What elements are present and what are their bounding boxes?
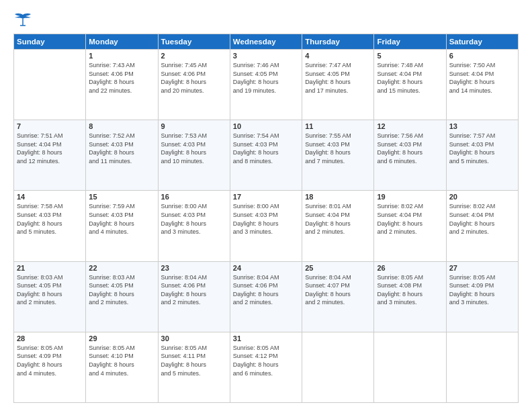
day-cell: 20Sunrise: 8:02 AM Sunset: 4:04 PM Dayli… [446,191,518,261]
day-cell: 8Sunrise: 7:52 AM Sunset: 4:03 PM Daylig… [86,120,158,191]
day-header-sunday: Sunday [14,34,86,50]
day-number: 19 [377,193,443,201]
day-cell: 6Sunrise: 7:50 AM Sunset: 4:04 PM Daylig… [446,50,518,120]
day-number: 20 [449,193,515,201]
day-cell: 23Sunrise: 8:04 AM Sunset: 4:06 PM Dayli… [158,261,230,332]
day-number: 30 [161,334,227,342]
day-number: 28 [17,334,83,342]
day-number: 1 [89,52,154,60]
day-cell: 14Sunrise: 7:58 AM Sunset: 4:03 PM Dayli… [14,191,86,261]
day-cell: 4Sunrise: 7:47 AM Sunset: 4:05 PM Daylig… [302,50,374,120]
day-cell: 25Sunrise: 8:04 AM Sunset: 4:07 PM Dayli… [302,261,374,332]
day-info: Sunrise: 8:05 AM Sunset: 4:12 PM Dayligh… [233,344,299,377]
day-info: Sunrise: 7:50 AM Sunset: 4:04 PM Dayligh… [449,61,515,95]
day-cell: 18Sunrise: 8:01 AM Sunset: 4:04 PM Dayli… [302,191,374,261]
day-info: Sunrise: 8:05 AM Sunset: 4:11 PM Dayligh… [161,344,227,377]
day-info: Sunrise: 7:48 AM Sunset: 4:04 PM Dayligh… [377,61,443,95]
day-info: Sunrise: 8:04 AM Sunset: 4:07 PM Dayligh… [305,273,371,307]
day-number: 7 [17,122,83,130]
day-cell: 13Sunrise: 7:57 AM Sunset: 4:03 PM Dayli… [446,120,518,191]
day-number: 14 [17,193,83,201]
day-number: 23 [161,264,227,272]
day-header-tuesday: Tuesday [158,34,230,50]
day-cell: 24Sunrise: 8:04 AM Sunset: 4:06 PM Dayli… [230,261,302,332]
day-info: Sunrise: 8:03 AM Sunset: 4:05 PM Dayligh… [89,273,154,307]
day-info: Sunrise: 7:59 AM Sunset: 4:03 PM Dayligh… [89,202,154,236]
day-cell: 3Sunrise: 7:46 AM Sunset: 4:05 PM Daylig… [230,50,302,120]
day-cell: 16Sunrise: 8:00 AM Sunset: 4:03 PM Dayli… [158,191,230,261]
day-number: 27 [449,264,515,272]
day-number: 22 [89,264,154,272]
day-cell: 21Sunrise: 8:03 AM Sunset: 4:05 PM Dayli… [14,261,86,332]
day-cell: 5Sunrise: 7:48 AM Sunset: 4:04 PM Daylig… [374,50,446,120]
day-cell: 9Sunrise: 7:53 AM Sunset: 4:03 PM Daylig… [158,120,230,191]
day-number: 12 [377,122,443,130]
day-number: 6 [449,52,515,60]
day-info: Sunrise: 7:45 AM Sunset: 4:06 PM Dayligh… [161,61,227,95]
day-header-saturday: Saturday [446,34,518,50]
day-header-monday: Monday [86,34,158,50]
day-number: 3 [233,52,299,60]
day-header-wednesday: Wednesday [230,34,302,50]
week-row-4: 21Sunrise: 8:03 AM Sunset: 4:05 PM Dayli… [14,261,519,332]
day-cell [14,50,86,120]
day-info: Sunrise: 8:05 AM Sunset: 4:10 PM Dayligh… [89,344,154,377]
day-info: Sunrise: 8:00 AM Sunset: 4:03 PM Dayligh… [161,202,227,236]
day-number: 5 [377,52,443,60]
logo [13,12,35,27]
day-info: Sunrise: 7:52 AM Sunset: 4:03 PM Dayligh… [89,132,154,165]
day-header-friday: Friday [374,34,446,50]
day-info: Sunrise: 8:03 AM Sunset: 4:05 PM Dayligh… [17,273,83,307]
calendar-table: SundayMondayTuesdayWednesdayThursdayFrid… [13,34,519,403]
day-info: Sunrise: 8:04 AM Sunset: 4:06 PM Dayligh… [233,273,299,307]
day-cell: 10Sunrise: 7:54 AM Sunset: 4:03 PM Dayli… [230,120,302,191]
week-row-5: 28Sunrise: 8:05 AM Sunset: 4:09 PM Dayli… [14,332,519,402]
day-cell: 28Sunrise: 8:05 AM Sunset: 4:09 PM Dayli… [14,332,86,402]
days-header-row: SundayMondayTuesdayWednesdayThursdayFrid… [14,34,519,50]
day-info: Sunrise: 8:02 AM Sunset: 4:04 PM Dayligh… [377,202,443,236]
day-number: 16 [161,193,227,201]
day-cell [374,332,446,402]
day-info: Sunrise: 7:47 AM Sunset: 4:05 PM Dayligh… [305,61,371,95]
day-cell: 17Sunrise: 8:00 AM Sunset: 4:03 PM Dayli… [230,191,302,261]
day-number: 9 [161,122,227,130]
day-cell: 31Sunrise: 8:05 AM Sunset: 4:12 PM Dayli… [230,332,302,402]
header [13,12,519,27]
day-number: 24 [233,264,299,272]
day-number: 15 [89,193,154,201]
day-number: 17 [233,193,299,201]
day-info: Sunrise: 7:57 AM Sunset: 4:03 PM Dayligh… [449,132,515,165]
day-cell: 27Sunrise: 8:05 AM Sunset: 4:09 PM Dayli… [446,261,518,332]
day-number: 21 [17,264,83,272]
day-number: 25 [305,264,371,272]
day-info: Sunrise: 8:00 AM Sunset: 4:03 PM Dayligh… [233,202,299,236]
day-info: Sunrise: 8:05 AM Sunset: 4:09 PM Dayligh… [17,344,83,377]
day-info: Sunrise: 7:51 AM Sunset: 4:04 PM Dayligh… [17,132,83,165]
page: SundayMondayTuesdayWednesdayThursdayFrid… [0,0,532,411]
day-info: Sunrise: 7:43 AM Sunset: 4:06 PM Dayligh… [89,61,154,95]
day-cell [446,332,518,402]
day-info: Sunrise: 7:58 AM Sunset: 4:03 PM Dayligh… [17,202,83,236]
week-row-3: 14Sunrise: 7:58 AM Sunset: 4:03 PM Dayli… [14,191,519,261]
logo-bird-icon [13,12,32,27]
day-cell: 15Sunrise: 7:59 AM Sunset: 4:03 PM Dayli… [86,191,158,261]
day-cell: 12Sunrise: 7:56 AM Sunset: 4:03 PM Dayli… [374,120,446,191]
day-number: 26 [377,264,443,272]
day-number: 4 [305,52,371,60]
week-row-1: 1Sunrise: 7:43 AM Sunset: 4:06 PM Daylig… [14,50,519,120]
day-number: 13 [449,122,515,130]
week-row-2: 7Sunrise: 7:51 AM Sunset: 4:04 PM Daylig… [14,120,519,191]
day-info: Sunrise: 8:01 AM Sunset: 4:04 PM Dayligh… [305,202,371,236]
day-number: 2 [161,52,227,60]
day-cell: 11Sunrise: 7:55 AM Sunset: 4:03 PM Dayli… [302,120,374,191]
day-info: Sunrise: 8:02 AM Sunset: 4:04 PM Dayligh… [449,202,515,236]
day-cell: 1Sunrise: 7:43 AM Sunset: 4:06 PM Daylig… [86,50,158,120]
day-header-thursday: Thursday [302,34,374,50]
day-cell: 22Sunrise: 8:03 AM Sunset: 4:05 PM Dayli… [86,261,158,332]
day-info: Sunrise: 8:05 AM Sunset: 4:09 PM Dayligh… [449,273,515,307]
day-info: Sunrise: 7:54 AM Sunset: 4:03 PM Dayligh… [233,132,299,165]
day-cell: 26Sunrise: 8:05 AM Sunset: 4:08 PM Dayli… [374,261,446,332]
day-number: 29 [89,334,154,342]
day-number: 11 [305,122,371,130]
day-number: 18 [305,193,371,201]
